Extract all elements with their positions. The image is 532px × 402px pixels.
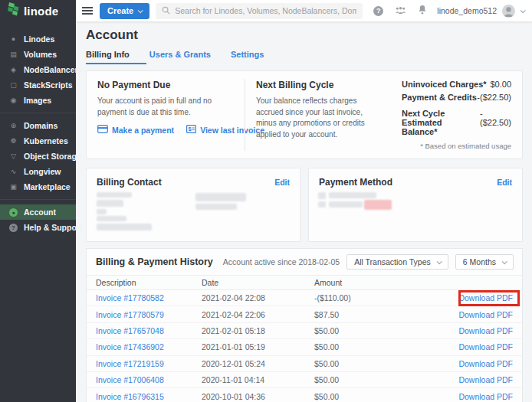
download-pdf-link[interactable]: Download PDF <box>458 342 513 351</box>
sidebar-item-nodebalancers[interactable]: ◈ NodeBalancers <box>0 62 76 77</box>
invoice-amount: $87.50 <box>314 310 422 319</box>
download-pdf-link[interactable]: Download PDF <box>458 326 513 335</box>
date-range-select[interactable]: 6 Months <box>455 254 514 270</box>
linode-logo[interactable]: linode <box>0 0 76 22</box>
sidebar-item-help-support[interactable]: ? Help & Support <box>0 220 76 235</box>
make-payment-link[interactable]: Make a payment <box>97 125 174 135</box>
invoice-date: 2020-11-01 04:14 <box>202 375 314 384</box>
tab-users-grants[interactable]: Users & Grants <box>149 50 211 64</box>
redacted-block <box>329 192 376 198</box>
chevron-down-icon <box>138 8 143 13</box>
avatar[interactable] <box>502 5 515 18</box>
hamburger-menu-icon[interactable] <box>82 7 93 15</box>
redacted-block <box>364 200 392 210</box>
invoice-amount: -($110.00) <box>314 293 422 302</box>
linodes-icon: ● <box>8 35 18 44</box>
page-title: Account <box>86 28 523 43</box>
sidebar-item-account[interactable]: ● Account <box>0 204 76 220</box>
community-icon[interactable] <box>395 4 406 18</box>
sidebar-item-label: Help & Support <box>24 223 82 232</box>
invoice-link[interactable]: Invoice #16796315 <box>96 392 164 401</box>
invoice-amount: $50.00 <box>314 392 422 401</box>
billing-history-title: Billing & Payment History <box>96 257 213 267</box>
create-button[interactable]: Create <box>100 3 149 19</box>
object-storage-icon: ▽ <box>8 152 18 161</box>
redacted-block <box>97 209 107 214</box>
invoice-link[interactable]: Invoice #17780582 <box>96 293 164 302</box>
tab-settings[interactable]: Settings <box>231 50 264 64</box>
column-description: Description <box>87 278 202 287</box>
invoice-amount: $50.00 <box>314 326 422 335</box>
column-date: Date <box>202 278 314 287</box>
sidebar-item-label: Linodes <box>24 34 54 44</box>
invoice-link[interactable]: Invoice #17657048 <box>96 326 164 335</box>
user-menu-chevron-icon[interactable] <box>521 8 526 13</box>
search-input[interactable] <box>175 6 356 15</box>
table-row: Invoice #17006408 2020-11-01 04:14 $50.0… <box>87 372 522 388</box>
topbar: Create ? linode_demo512 <box>76 0 532 22</box>
billing-contact-edit-link[interactable]: Edit <box>274 178 290 187</box>
sidebar-item-object-storage[interactable]: ▽ Object Storage <box>0 149 76 164</box>
notifications-bell-icon[interactable] <box>418 4 427 18</box>
svg-text:$: $ <box>189 126 192 132</box>
redacted-block <box>329 201 363 208</box>
search-bar[interactable] <box>156 3 363 19</box>
download-pdf-link[interactable]: Download PDF <box>458 392 513 401</box>
make-payment-label: Make a payment <box>112 126 174 135</box>
invoice-amount: $50.00 <box>314 359 422 368</box>
account-active-since: Account active since 2018-02-05 <box>223 257 340 266</box>
invoice-date: 2021-02-04 22:08 <box>202 293 314 302</box>
redacted-block <box>195 204 237 210</box>
search-icon <box>162 4 170 18</box>
download-pdf-link[interactable]: Download PDF <box>458 375 513 384</box>
volumes-icon: ▤ <box>8 51 18 59</box>
sidebar-item-linodes[interactable]: ● Linodes <box>0 31 76 47</box>
payment-method-edit-link[interactable]: Edit <box>497 178 512 187</box>
linode-logo-text: linode <box>24 5 58 18</box>
billing-summary-panel: No Payment Due Your account is paid in f… <box>86 70 523 159</box>
invoice-link[interactable]: Invoice #17436902 <box>96 342 164 351</box>
download-pdf-link[interactable]: Download PDF <box>458 310 513 319</box>
table-row: Invoice #17436902 2021-01-01 05:19 $50.0… <box>87 339 522 355</box>
estimated-balance-label: Next Cycle Estimated Balance* <box>402 109 480 136</box>
estimated-balance-row: Next Cycle Estimated Balance* -($22.50) <box>402 109 511 136</box>
payment-method-card: Payment Method Edit <box>308 168 523 242</box>
invoice-link[interactable]: Invoice #17006408 <box>96 375 164 384</box>
transaction-type-select[interactable]: All Transaction Types <box>346 254 448 270</box>
sidebar-item-kubernetes[interactable]: ☸ Kubernetes <box>0 133 76 149</box>
help-icon[interactable]: ? <box>373 6 383 16</box>
sidebar-item-stackscripts[interactable]: ▢ StackScripts <box>0 77 76 93</box>
tab-billing-info[interactable]: Billing Info <box>86 50 130 64</box>
invoice-date: 2021-02-01 05:18 <box>202 326 314 335</box>
invoice-link[interactable]: Invoice #17219159 <box>96 359 164 368</box>
no-payment-due-body: Your account is paid in full and no paym… <box>97 96 234 118</box>
sidebar-item-domains[interactable]: ⊕ Domains <box>0 118 76 133</box>
chevron-down-icon <box>436 259 442 264</box>
sidebar-item-longview[interactable]: ∿ Longview <box>0 164 76 179</box>
username[interactable]: linode_demo512 <box>437 6 497 15</box>
sidebar-item-label: Account <box>24 208 56 217</box>
invoice-link[interactable]: Invoice #17780579 <box>96 310 164 319</box>
stackscripts-icon: ▢ <box>8 81 18 90</box>
transaction-type-value: All Transaction Types <box>354 257 431 266</box>
invoice-date: 2021-01-01 05:19 <box>202 342 314 351</box>
sidebar-item-label: Volumes <box>24 50 57 59</box>
main-content: Account Billing Info Users & Grants Sett… <box>76 22 532 402</box>
no-payment-due-title: No Payment Due <box>97 80 234 90</box>
table-header: Description Date Amount <box>87 275 522 290</box>
sidebar-item-label: Domains <box>24 121 57 130</box>
sidebar-item-volumes[interactable]: ▤ Volumes <box>0 47 76 62</box>
sidebar-item-label: Marketplace <box>24 182 71 191</box>
uninvoiced-charges-value: $0.00 <box>490 80 511 89</box>
sidebar-item-label: Kubernetes <box>24 136 68 145</box>
sidebar-item-images[interactable]: ◉ Images <box>0 93 76 108</box>
sidebar-item-label: Images <box>24 96 51 105</box>
next-billing-cycle-title: Next Billing Cycle <box>256 80 380 90</box>
column-amount: Amount <box>314 278 422 287</box>
payment-method-title: Payment Method <box>319 177 392 188</box>
estimated-balance-value: -($22.50) <box>480 109 511 136</box>
download-pdf-link[interactable]: Download PDF <box>458 293 513 302</box>
download-pdf-link[interactable]: Download PDF <box>458 359 513 368</box>
sidebar-item-marketplace[interactable]: ▣ Marketplace <box>0 179 76 194</box>
app-window: linode ● Linodes ▤ Volumes ◈ NodeBalance… <box>0 0 532 402</box>
